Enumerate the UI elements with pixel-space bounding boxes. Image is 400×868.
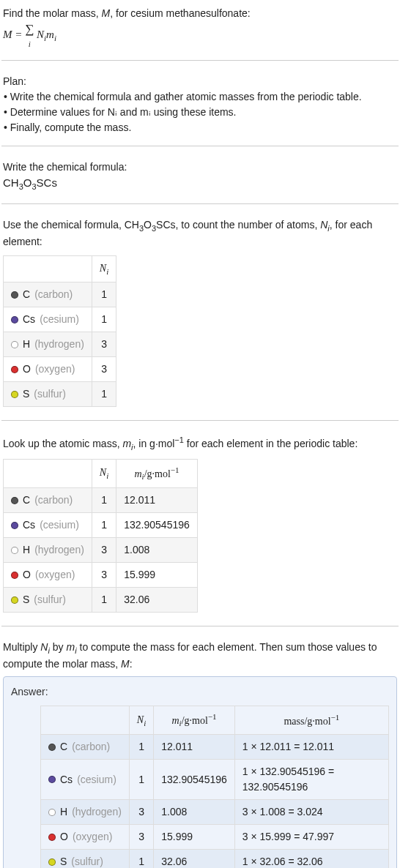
inline-formula: CH3O3SCs [125, 219, 176, 231]
molar-mass-equation: M = ∑ i Nimi [3, 21, 397, 50]
cell-m: 12.011 [154, 735, 235, 760]
count-section: Use the chemical formula, CH3O3SCs, to c… [1, 214, 399, 422]
element-dot-icon [11, 547, 18, 554]
element-cell: H (hydrogen) [11, 337, 84, 352]
element-symbol: C [23, 287, 30, 302]
element-dot-icon [11, 522, 18, 529]
element-cell: H (hydrogen) [11, 542, 84, 558]
element-symbol: O [23, 362, 31, 377]
cell-n: 1 [129, 850, 153, 868]
element-symbol: H [23, 337, 30, 352]
element-dot-icon [48, 776, 56, 783]
cell-element: H (hydrogen) [4, 538, 92, 563]
chemical-formula: CH3O3SCs [3, 175, 397, 193]
element-dot-icon [48, 809, 56, 816]
mass-lookup-section: Look up the atomic mass, mi, in g·mol−1 … [1, 431, 399, 626]
cell-element: Cs (cesium) [41, 760, 130, 800]
mass-lookup-text: Look up the atomic mass, mi, in g·mol−1 … [3, 434, 397, 453]
cell-element: C (carbon) [4, 488, 92, 513]
cell-m: 132.90545196 [116, 513, 198, 538]
element-dot-icon [11, 316, 18, 323]
element-symbol: C [23, 493, 30, 508]
cell-mass: 1 × 32.06 = 32.06 [234, 850, 388, 868]
element-symbol: C [60, 739, 67, 755]
element-cell: C (carbon) [48, 739, 122, 755]
answer-table: Ni mi/g·mol−1 mass/g·mol−1 C (carbon) 1 … [40, 706, 389, 868]
element-name: (oxygen) [35, 362, 75, 377]
cell-n: 3 [92, 332, 116, 357]
cell-element: Cs (cesium) [4, 513, 92, 538]
th-m: mi/g·mol−1 [154, 706, 235, 735]
element-cell: S (sulfur) [11, 386, 84, 402]
element-symbol: Cs [23, 312, 35, 327]
plan-item: Determine values for Nᵢ and mᵢ using the… [4, 105, 397, 120]
element-cell: O (oxygen) [11, 567, 84, 583]
inline-var: mi [122, 438, 133, 449]
intro-suffix: , for cesium methanesulfonate: [110, 7, 250, 19]
cell-element: C (carbon) [41, 735, 130, 760]
element-name: (cesium) [77, 772, 116, 787]
eq-lhs: M [3, 29, 12, 40]
th-blank [4, 255, 92, 282]
cell-element: S (sulfur) [4, 382, 92, 407]
table-row: H (hydrogen) 3 1.008 [4, 538, 198, 563]
cell-n: 3 [92, 538, 116, 563]
cell-n: 1 [92, 283, 116, 307]
sigma-icon: ∑ [25, 22, 34, 36]
element-name: (sulfur) [34, 386, 66, 402]
cell-n: 3 [92, 357, 116, 382]
element-symbol: H [23, 542, 30, 558]
plan-item: Finally, compute the mass. [4, 120, 397, 135]
element-cell: C (carbon) [11, 287, 84, 302]
intro-line: Find the molar mass, M, for cesium metha… [3, 6, 397, 21]
cell-element: H (hydrogen) [41, 800, 130, 825]
element-symbol: Cs [23, 517, 35, 533]
table-row: O (oxygen) 3 15.999 3 × 15.999 = 47.997 [41, 825, 389, 850]
table-row: H (hydrogen) 3 1.008 3 × 1.008 = 3.024 [41, 800, 389, 825]
element-dot-icon [11, 391, 18, 398]
th-m: mi/g·mol−1 [116, 460, 198, 488]
element-name: (cesium) [40, 517, 79, 533]
cell-m: 15.999 [154, 825, 235, 850]
cell-m: 1.008 [116, 538, 198, 563]
element-symbol: O [60, 829, 68, 845]
element-dot-icon [48, 834, 56, 841]
element-cell: H (hydrogen) [48, 804, 122, 820]
element-name: (cesium) [40, 312, 79, 327]
element-symbol: Cs [60, 772, 73, 787]
element-cell: Cs (cesium) [11, 517, 84, 533]
element-cell: S (sulfur) [11, 592, 84, 607]
element-name: (carbon) [72, 739, 110, 755]
element-name: (hydrogen) [34, 542, 84, 558]
compute-section: Multiply Ni by mi to compute the mass fo… [1, 637, 399, 868]
cell-mass: 1 × 132.90545196 = 132.90545196 [234, 760, 388, 800]
element-name: (carbon) [34, 493, 73, 508]
element-name: (sulfur) [34, 592, 66, 607]
cell-element: S (sulfur) [4, 588, 92, 613]
cell-element: C (carbon) [4, 283, 92, 307]
plan-item: Write the chemical formula and gather at… [4, 89, 397, 105]
table-row: Cs (cesium) 1 132.90545196 [4, 513, 198, 538]
cell-element: Cs (cesium) [4, 307, 92, 332]
cell-m: 1.008 [154, 800, 235, 825]
element-name: (sulfur) [71, 854, 103, 868]
th-n: Ni [92, 255, 116, 282]
element-cell: O (oxygen) [11, 362, 84, 377]
cell-element: H (hydrogen) [4, 332, 92, 357]
cell-element: O (oxygen) [4, 357, 92, 382]
element-cell: Cs (cesium) [48, 772, 122, 787]
element-symbol: O [23, 567, 31, 583]
element-dot-icon [11, 596, 18, 604]
element-symbol: S [23, 386, 29, 402]
formula-section: Write the chemical formula: CH3O3SCs [1, 157, 399, 204]
element-symbol: H [60, 804, 67, 820]
cell-m: 15.999 [116, 563, 198, 588]
element-cell: Cs (cesium) [11, 312, 84, 327]
element-symbol: S [60, 854, 67, 868]
table-row: O (oxygen) 3 [4, 357, 116, 382]
count-table: Ni C (carbon) 1 Cs (cesium) 1 H (hydroge… [3, 255, 116, 407]
cell-n: 1 [92, 513, 116, 538]
element-cell: O (oxygen) [48, 829, 122, 845]
th-mass: mass/g·mol−1 [234, 706, 388, 735]
element-dot-icon [11, 366, 18, 373]
